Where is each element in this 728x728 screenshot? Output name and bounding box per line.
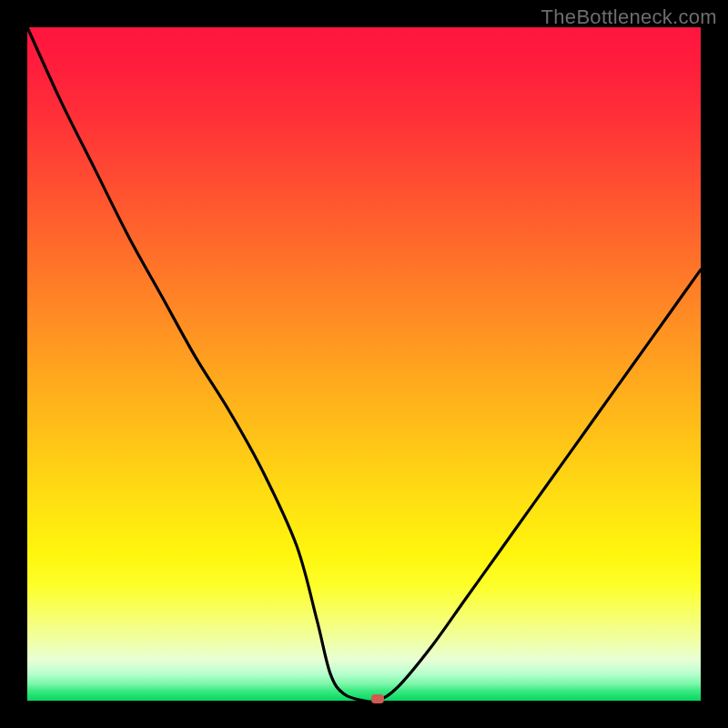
- optimum-marker: [371, 694, 384, 703]
- chart-frame: TheBottleneck.com: [0, 0, 728, 728]
- plot-area: [27, 27, 701, 701]
- curve-path: [27, 27, 701, 702]
- watermark-label: TheBottleneck.com: [541, 5, 717, 29]
- bottleneck-curve: [27, 27, 701, 701]
